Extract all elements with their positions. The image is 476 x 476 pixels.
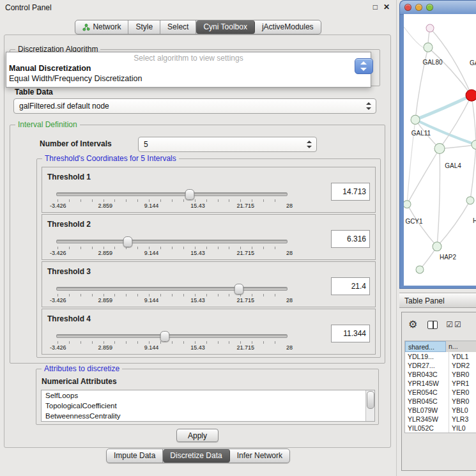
table-panel-header[interactable]: Table Panel [399, 293, 476, 308]
table-data-combo[interactable]: galFiltered.sif default node [13, 98, 376, 114]
network-window-titlebar[interactable] [400, 1, 476, 15]
table-row[interactable]: YBR043CYBR0 [405, 370, 476, 379]
table-row[interactable]: YIL052CYIL0 [405, 424, 476, 433]
list-scrollbar-thumb[interactable] [367, 391, 374, 409]
numerical-attributes-list[interactable]: SelfLoops TopologicalCoefficient Between… [41, 390, 375, 422]
close-traffic-light-icon[interactable] [404, 4, 411, 11]
threshold-4-value-field[interactable]: 11.344 [331, 325, 370, 342]
table-row[interactable]: YER054CYER0 [405, 388, 476, 397]
cell[interactable]: YIL0 [449, 424, 476, 433]
close-icon[interactable]: ✕ [383, 3, 390, 12]
cell[interactable]: YDL1 [449, 352, 476, 361]
network-node[interactable] [416, 266, 424, 273]
slider-tick-labels: -3.426 2.859 9.144 15.43 21.715 28 [50, 344, 293, 351]
columns-icon[interactable] [427, 321, 438, 329]
cell[interactable]: YDL19... [405, 352, 449, 361]
threshold-3-box: Threshold 3 21.4 -3.426 2.859 9.144 15.4… [42, 261, 376, 307]
network-node[interactable] [466, 89, 476, 101]
network-node[interactable] [426, 24, 434, 32]
tab-network[interactable]: Network [75, 20, 128, 34]
cell[interactable]: YER0 [449, 388, 476, 397]
column-header-name[interactable]: n... [446, 341, 476, 352]
cell[interactable]: YIL052C [405, 424, 449, 433]
tab-infer-network[interactable]: Infer Network [230, 449, 289, 463]
network-node[interactable] [434, 143, 445, 153]
cell[interactable]: YDR27... [405, 361, 449, 370]
list-item-topologicalcoefficient[interactable]: TopologicalCoefficient [42, 401, 374, 411]
apply-button[interactable]: Apply [176, 429, 219, 442]
slider-track[interactable] [56, 287, 288, 291]
network-node[interactable] [411, 115, 420, 124]
algorithm-option-manual-discretization[interactable]: Manual Discretization [6, 63, 371, 73]
threshold-3-slider[interactable] [56, 284, 288, 294]
threshold-2-slider-thumb[interactable] [123, 236, 133, 247]
algorithm-option-equal-width-frequency[interactable]: Equal Width/Frequency Discretization [6, 73, 371, 84]
list-item-selfloops[interactable]: SelfLoops [42, 390, 374, 401]
table-row[interactable]: YLR345WYLR3 [405, 415, 476, 424]
zoom-traffic-light-icon[interactable] [426, 4, 433, 11]
network-edge[interactable] [415, 47, 428, 119]
network-edge[interactable] [472, 95, 476, 144]
cell[interactable]: YER054C [405, 388, 449, 397]
number-of-intervals-combo[interactable]: 5 [138, 137, 317, 152]
minimize-traffic-light-icon[interactable] [415, 4, 422, 11]
threshold-2-slider[interactable] [56, 236, 288, 247]
cell[interactable]: YBR0 [449, 397, 476, 406]
tab-style[interactable]: Style [128, 20, 160, 34]
table-row[interactable]: YDL19...YDL1 [405, 352, 476, 361]
network-edge[interactable] [437, 201, 470, 247]
network-edge[interactable] [470, 144, 476, 200]
threshold-3-slider-thumb[interactable] [234, 284, 243, 295]
cell[interactable]: YBL0 [449, 406, 476, 415]
threshold-2-value-field[interactable]: 6.316 [331, 230, 370, 248]
cell[interactable]: YLR3 [449, 415, 476, 424]
network-edge[interactable] [407, 148, 440, 204]
tab-jactivemodules[interactable]: jActiveModules [255, 20, 321, 34]
cell[interactable]: YBR043C [405, 370, 449, 379]
slider-track[interactable] [56, 334, 288, 338]
list-scrollbar[interactable] [365, 390, 374, 421]
tick-label: 9.144 [144, 203, 159, 209]
network-node[interactable] [472, 140, 476, 149]
network-edge[interactable] [415, 95, 472, 119]
threshold-1-slider[interactable] [56, 189, 288, 199]
cell[interactable]: YBL079W [405, 406, 449, 415]
gear-icon[interactable]: ⚙ [408, 318, 417, 331]
network-node[interactable] [404, 201, 411, 208]
algorithm-combo-button[interactable] [355, 58, 373, 74]
list-item-betweennesscentrality[interactable]: BetweennessCentrality [42, 411, 374, 421]
threshold-3-value-field[interactable]: 21.4 [331, 277, 370, 295]
slider-track[interactable] [56, 240, 288, 243]
tab-discretize-data[interactable]: Discretize Data [163, 449, 229, 463]
cell[interactable]: YBR0 [449, 370, 476, 379]
threshold-1-value-field[interactable]: 14.713 [331, 183, 370, 201]
table-row[interactable]: YBL079WYBL0 [405, 406, 476, 415]
cell[interactable]: YPR145W [405, 379, 449, 388]
network-edge[interactable] [437, 148, 440, 246]
checkbox-icon-2[interactable]: ☑ [454, 320, 461, 329]
table-row[interactable]: YDR27...YDR2 [405, 361, 476, 370]
tab-select[interactable]: Select [160, 20, 196, 34]
threshold-4-slider[interactable] [56, 331, 288, 341]
network-edge[interactable] [440, 144, 476, 148]
table-row[interactable]: YPR145WYPR1 [405, 379, 476, 388]
tab-cyni-toolbox[interactable]: Cyni Toolbox [196, 20, 254, 34]
tab-impute-data[interactable]: Impute Data [107, 449, 163, 463]
cell[interactable]: YDR2 [449, 361, 476, 370]
network-node[interactable] [466, 197, 474, 204]
checkbox-icon-1[interactable]: ☑ [446, 320, 453, 329]
column-header-shared-name[interactable]: shared... [405, 341, 446, 352]
cell[interactable]: YLR345W [405, 415, 449, 424]
network-canvas[interactable]: GAL80GAGAL11GAL4GCY1HHAP2 [404, 14, 476, 286]
float-window-icon[interactable]: □ [373, 3, 378, 12]
cell[interactable]: YPR1 [449, 379, 476, 388]
cell[interactable]: YBR045C [405, 397, 449, 406]
slider-track[interactable] [56, 192, 288, 196]
network-node[interactable] [424, 43, 433, 52]
threshold-4-slider-thumb[interactable] [160, 331, 170, 342]
bottom-tab-bar: Impute Data Discretize Data Infer Networ… [0, 449, 396, 463]
network-edge[interactable] [407, 204, 437, 247]
threshold-1-slider-thumb[interactable] [185, 189, 194, 200]
network-node[interactable] [433, 242, 441, 251]
table-row[interactable]: YBR045CYBR0 [405, 397, 476, 406]
